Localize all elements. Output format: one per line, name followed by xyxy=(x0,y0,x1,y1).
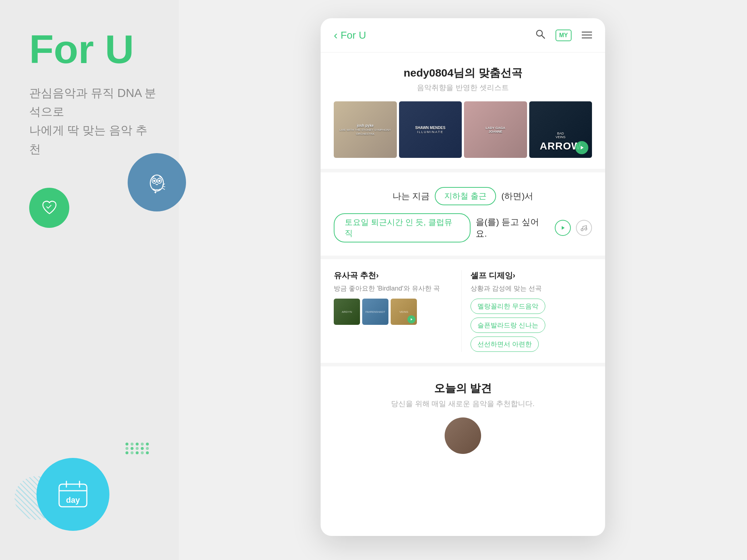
context-row-1: 나는 지금 지하철 출근 (하면)서 xyxy=(392,187,534,205)
context-tag-1[interactable]: 지하철 출근 xyxy=(435,187,496,205)
heart-icon xyxy=(39,198,59,218)
context-suffix1: (하면)서 xyxy=(501,190,533,202)
playlist-play-icon[interactable] xyxy=(575,141,588,154)
svg-point-3 xyxy=(153,180,155,182)
svg-text:✦: ✦ xyxy=(154,190,157,195)
owl-circle: ✦ xyxy=(128,153,186,211)
svg-text:day: day xyxy=(66,495,80,505)
discovery-album[interactable] xyxy=(445,417,481,454)
album-grid: josh pykeLIVE WITH THE SYDNEY SYMPHONY O… xyxy=(334,101,592,158)
left-subtitle: 관심음악과 뮤직 DNA 분석으로나에게 딱 맞는 음악 추천 xyxy=(29,84,157,159)
self-dj-subtitle: 상황과 감성에 맞는 선곡 xyxy=(471,284,592,293)
recommend-left: 유사곡 추천› 방금 좋아요한 'Birdland'와 유사한 곡 ARDYN … xyxy=(328,270,462,352)
device-frame: ‹ For U MY xyxy=(321,18,605,536)
rec-albums: ARDYN FAHRENSHAIDT VEINS xyxy=(334,299,456,325)
back-chevron-icon: ‹ xyxy=(334,28,338,42)
context-prefix: 나는 지금 xyxy=(392,190,430,202)
dots-decoration xyxy=(125,443,150,454)
play-button[interactable] xyxy=(555,220,571,236)
top-nav: ‹ For U MY xyxy=(321,18,605,52)
rec-album-1[interactable]: ARDYN xyxy=(334,299,360,325)
svg-line-12 xyxy=(542,35,545,38)
recommend-section: 유사곡 추천› 방금 좋아요한 'Birdland'와 유사한 곡 ARDYN … xyxy=(321,259,605,366)
calendar-circle: day xyxy=(36,458,109,531)
my-button[interactable]: MY xyxy=(556,30,572,41)
playlist-title: nedy0804님의 맞춤선곡 xyxy=(334,66,592,81)
music-tag[interactable]: 토요일 퇴근시간 인 듯, 클럽뮤직 xyxy=(334,213,471,242)
album-item-4[interactable]: BADVEINS ARROW xyxy=(529,101,592,158)
context-suffix2: 을(를) 듣고 싶어요. xyxy=(476,216,550,240)
mood-tag-2[interactable]: 슬픈발라드랑 신나는 xyxy=(471,318,545,333)
custom-playlist-section: nedy0804님의 맞춤선곡 음악취향을 반영한 셋리스트 josh pyke… xyxy=(321,52,605,172)
rec-subtitle: 방금 좋아요한 'Birdland'와 유사한 곡 xyxy=(334,284,456,293)
rec-album-3[interactable]: VEINS xyxy=(391,299,417,325)
for-u-title: For U xyxy=(29,29,157,69)
mood-tag-1[interactable]: 멜랑꼴리한 무드음악 xyxy=(471,299,545,314)
search-icon[interactable] xyxy=(535,29,545,42)
discovery-subtitle: 당신을 위해 매일 새로운 음악을 추천합니다. xyxy=(334,399,592,409)
svg-point-4 xyxy=(158,180,160,182)
owl-icon: ✦ xyxy=(142,168,171,197)
rec-title[interactable]: 유사곡 추천› xyxy=(334,270,456,281)
nav-icons: MY xyxy=(535,29,592,42)
context-row-2: 토요일 퇴근시간 인 듯, 클럽뮤직 을(를) 듣고 싶어요. xyxy=(334,213,592,242)
back-button[interactable]: ‹ For U xyxy=(334,28,366,42)
playlist-subtitle: 음악취향을 반영한 셋리스트 xyxy=(334,83,592,93)
discovery-section: 오늘의 발견 당신을 위해 매일 새로운 음악을 추천합니다. xyxy=(321,366,605,465)
self-dj-tags: 멜랑꼴리한 무드음악 슬픈발라드랑 신나는 선선하면서 아련한 xyxy=(471,299,592,352)
svg-point-0 xyxy=(150,175,163,191)
menu-icon[interactable] xyxy=(582,30,592,41)
left-panel: For U 관심음악과 뮤직 DNA 분석으로나에게 딱 맞는 음악 추천 ✦ xyxy=(0,0,179,560)
album-item-1[interactable]: josh pykeLIVE WITH THE SYDNEY SYMPHONY O… xyxy=(334,101,397,158)
mood-tag-3[interactable]: 선선하면서 아련한 xyxy=(471,337,539,352)
nav-title: For U xyxy=(341,30,366,41)
rec-play-icon[interactable] xyxy=(407,315,415,323)
svg-marker-16 xyxy=(581,146,584,149)
self-dj-title[interactable]: 셀프 디제잉› xyxy=(471,270,592,281)
svg-marker-17 xyxy=(562,226,565,230)
discovery-title: 오늘의 발견 xyxy=(334,381,592,396)
context-section: 나는 지금 지하철 출근 (하면)서 토요일 퇴근시간 인 듯, 클럽뮤직 을(… xyxy=(321,172,605,259)
music-note-button[interactable] xyxy=(576,220,592,236)
heart-circle xyxy=(29,188,69,228)
svg-marker-20 xyxy=(411,318,413,320)
calendar-icon: day xyxy=(55,476,91,513)
rec-album-2[interactable]: FAHRENSHAIDT xyxy=(362,299,388,325)
content-scroll[interactable]: nedy0804님의 맞춤선곡 음악취향을 반영한 셋리스트 josh pyke… xyxy=(321,52,605,536)
album-item-2[interactable]: SHAWN MENDESILLUMINATE xyxy=(399,101,462,158)
recommend-right: 셀프 디제잉› 상황과 감성에 맞는 선곡 멜랑꼴리한 무드음악 슬픈발라드랑 … xyxy=(462,270,598,352)
album-item-3[interactable]: LADY GAGAJOANNE xyxy=(464,101,527,158)
right-panel: ‹ For U MY xyxy=(179,0,747,560)
